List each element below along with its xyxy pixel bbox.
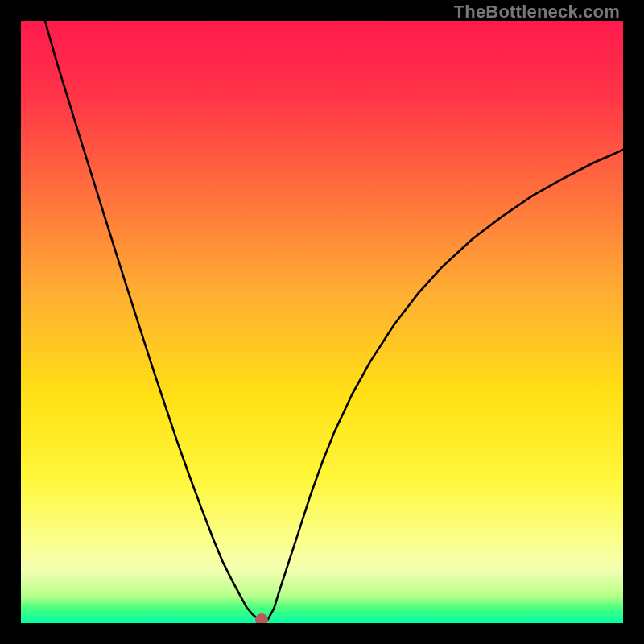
plot-area [21, 21, 623, 623]
bottleneck-curve [21, 21, 623, 623]
chart-frame: TheBottleneck.com [0, 0, 644, 644]
minimum-point-marker [255, 613, 268, 623]
watermark-attribution-text: TheBottleneck.com [454, 2, 620, 23]
